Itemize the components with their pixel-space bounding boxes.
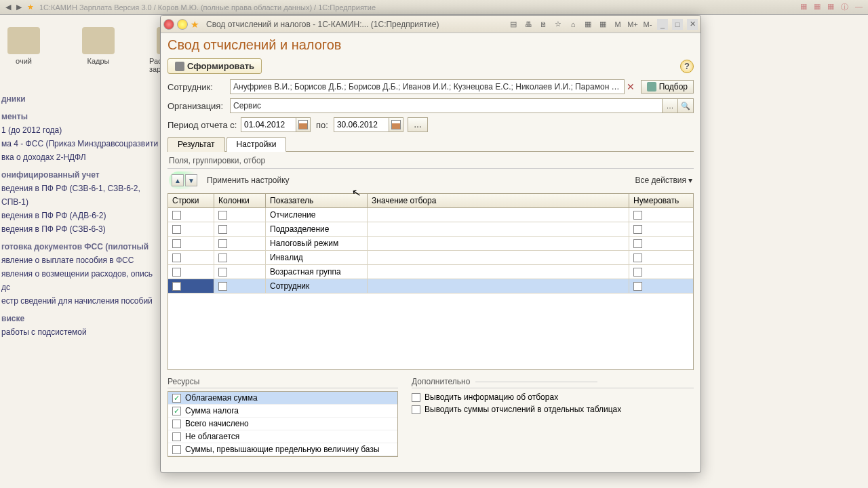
- generate-button[interactable]: Сформировать: [167, 58, 262, 74]
- toolbar-icon[interactable]: 🖶: [523, 19, 534, 30]
- checkbox[interactable]: [172, 420, 181, 428]
- filter-cell[interactable]: [368, 251, 629, 264]
- employee-field[interactable]: Ануфриев В.И.; Борисов Д.Б.; Борисов Д.Б…: [230, 79, 625, 94]
- date-from-field[interactable]: [241, 117, 296, 132]
- filter-cell[interactable]: [368, 237, 629, 250]
- number-checkbox[interactable]: [633, 253, 642, 262]
- toolbar-icon[interactable]: ▦: [583, 19, 593, 30]
- checkbox[interactable]: [412, 393, 420, 402]
- tree-item[interactable]: ведения в ПФ РФ (СЗВ-6-1, СЗВ-6-2, СПВ-1…: [1, 182, 159, 209]
- help-icon[interactable]: ?: [680, 60, 694, 73]
- toolbar-icon[interactable]: ☆: [553, 19, 564, 30]
- tab-settings[interactable]: Настройки: [226, 137, 287, 152]
- close-button[interactable]: ✕: [687, 19, 698, 30]
- col-checkbox[interactable]: [218, 282, 227, 291]
- tree-item[interactable]: явления о возмещении расходов, опись дс: [1, 267, 159, 294]
- col-filter[interactable]: Значение отбора: [368, 194, 629, 207]
- org-field[interactable]: Сервис: [230, 98, 663, 113]
- col-columns[interactable]: Колонки: [214, 194, 266, 207]
- tree-item[interactable]: ведения в ПФ РФ (АДВ-6-2): [1, 209, 159, 222]
- calendar-icon[interactable]: [296, 117, 311, 132]
- window-titlebar[interactable]: ★ Свод отчислений и налогов - 1С-КАМИН:.…: [161, 16, 701, 33]
- number-checkbox[interactable]: [633, 211, 642, 220]
- sys-icon[interactable]: ▦: [814, 2, 821, 12]
- table-row[interactable]: Сотрудник: [168, 279, 693, 293]
- checkbox[interactable]: [172, 432, 181, 441]
- table-row[interactable]: Налоговый режим: [168, 237, 693, 251]
- toolbar-icon[interactable]: М+: [627, 19, 638, 30]
- tree-item[interactable]: вка о доходах 2-НДФЛ: [1, 150, 159, 164]
- tab-result[interactable]: Результат: [167, 137, 225, 152]
- checkbox[interactable]: [412, 405, 420, 414]
- row-checkbox[interactable]: [172, 253, 181, 262]
- period-picker-button[interactable]: …: [408, 117, 428, 132]
- toolbar-icon[interactable]: М: [612, 19, 623, 30]
- number-checkbox[interactable]: [633, 239, 642, 248]
- calendar-icon[interactable]: [389, 117, 403, 132]
- table-row[interactable]: Подразделение: [168, 222, 693, 237]
- checkbox[interactable]: [172, 407, 181, 415]
- all-actions-menu[interactable]: Все действия▾: [635, 176, 692, 185]
- additional-option[interactable]: Выводить суммы отчислений в отдельных та…: [412, 403, 694, 415]
- table-row[interactable]: Отчисление: [168, 208, 693, 222]
- row-checkbox[interactable]: [172, 282, 181, 291]
- number-checkbox[interactable]: [633, 282, 642, 291]
- filter-cell[interactable]: [368, 208, 629, 222]
- tree-item[interactable]: ма 4 - ФСС (Приказ Минздравсоцразвити: [1, 137, 159, 150]
- move-up-button[interactable]: ▲: [172, 174, 184, 186]
- nav-back-icon[interactable]: [177, 19, 188, 30]
- toolbar-icon[interactable]: 🗎: [538, 19, 549, 30]
- favorite-icon[interactable]: ★: [191, 19, 199, 30]
- additional-option[interactable]: Выводить информацию об отборах: [412, 391, 694, 403]
- toolbar-icon[interactable]: М-: [642, 19, 653, 30]
- tree-item[interactable]: ведения в ПФ РФ (СЗВ-6-3): [1, 222, 159, 236]
- desktop-shortcut[interactable]: очий: [0, 27, 47, 73]
- table-row[interactable]: Инвалид: [168, 251, 693, 265]
- row-checkbox[interactable]: [172, 225, 181, 234]
- tree-item[interactable]: естр сведений для начисления пособий: [1, 294, 159, 308]
- minimize-button[interactable]: _: [657, 19, 668, 30]
- tree-item[interactable]: явление о выплате пособия в ФСС: [1, 253, 159, 267]
- dropdown-button[interactable]: …: [662, 98, 678, 113]
- resource-item[interactable]: Всего начислено: [168, 418, 397, 430]
- toolbar-icon[interactable]: ▦: [597, 19, 608, 30]
- col-rows[interactable]: Строки: [168, 194, 214, 207]
- col-indicator[interactable]: Показатель: [266, 194, 368, 207]
- filter-cell[interactable]: [368, 222, 629, 236]
- col-number[interactable]: Нумеровать: [629, 194, 693, 207]
- sys-icon[interactable]: ⓘ: [841, 2, 848, 12]
- date-to-field[interactable]: [334, 117, 389, 132]
- select-button[interactable]: Подбор: [641, 80, 694, 94]
- maximize-button[interactable]: □: [672, 19, 683, 30]
- desktop-shortcut[interactable]: Кадры: [75, 27, 122, 73]
- sys-icon[interactable]: ▦: [800, 2, 807, 12]
- row-checkbox[interactable]: [172, 239, 181, 248]
- clear-icon[interactable]: ✕: [625, 80, 637, 94]
- filter-cell[interactable]: [368, 279, 629, 293]
- col-checkbox[interactable]: [218, 225, 227, 234]
- checkbox[interactable]: [172, 394, 181, 403]
- resource-item[interactable]: Не облагается: [168, 430, 397, 443]
- filter-cell[interactable]: [368, 265, 629, 279]
- move-down-button[interactable]: ▼: [185, 174, 197, 186]
- sys-icon[interactable]: —: [855, 2, 863, 12]
- checkbox[interactable]: [172, 445, 181, 454]
- row-checkbox[interactable]: [172, 211, 181, 220]
- sys-icon[interactable]: ▦: [827, 2, 834, 12]
- tree-item[interactable]: 1 (до 2012 года): [1, 123, 159, 137]
- number-checkbox[interactable]: [633, 225, 642, 234]
- resource-item[interactable]: Сумма налога: [168, 405, 397, 418]
- col-checkbox[interactable]: [218, 211, 227, 220]
- col-checkbox[interactable]: [218, 253, 227, 262]
- resource-item[interactable]: Суммы, превышающие предельную величину б…: [168, 443, 397, 456]
- apply-settings-link[interactable]: Применить настройку: [207, 176, 290, 185]
- col-checkbox[interactable]: [218, 268, 227, 277]
- toolbar-icon[interactable]: ⌂: [568, 19, 578, 30]
- tree-item[interactable]: работы с подсистемой: [1, 325, 159, 339]
- table-row[interactable]: Возрастная группа: [168, 265, 693, 279]
- toolbar-icon[interactable]: ▤: [508, 19, 519, 30]
- search-button[interactable]: 🔍: [677, 98, 694, 113]
- col-checkbox[interactable]: [218, 239, 227, 248]
- number-checkbox[interactable]: [633, 268, 642, 277]
- row-checkbox[interactable]: [172, 268, 181, 277]
